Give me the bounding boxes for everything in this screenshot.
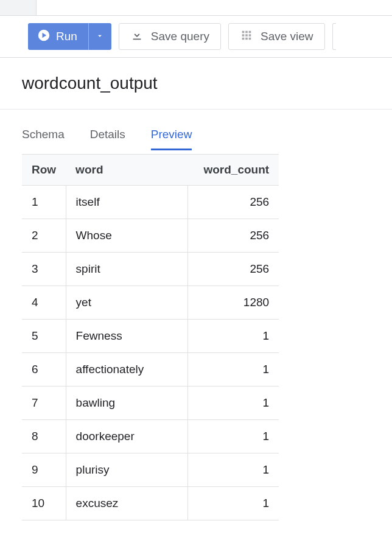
cell-word: bawling — [66, 387, 187, 420]
table-row: 1itself256 — [22, 186, 279, 219]
cell-word-count: 256 — [187, 253, 279, 286]
save-query-label: Save query — [151, 30, 209, 43]
cell-row-number: 1 — [22, 186, 66, 219]
cell-word: excusez — [66, 487, 187, 520]
header-word-count: word_count — [187, 155, 279, 186]
save-query-button[interactable]: Save query — [119, 23, 221, 50]
table-row: 10excusez1 — [22, 487, 279, 520]
cell-word-count: 256 — [187, 186, 279, 219]
table-row: 7bawling1 — [22, 387, 279, 420]
cell-row-number: 10 — [22, 487, 66, 520]
table-row: 5Fewness1 — [22, 320, 279, 353]
tab-details[interactable]: Details — [90, 128, 125, 150]
toolbar-overflow-stub — [332, 23, 336, 50]
cell-word: affectionately — [66, 353, 187, 387]
header-word: word — [66, 155, 187, 186]
table-row: 4yet1280 — [22, 286, 279, 320]
cell-word-count: 1280 — [187, 286, 279, 320]
tab-preview[interactable]: Preview — [151, 128, 192, 150]
table-row: 2Whose256 — [22, 219, 279, 253]
preview-table-wrapper: Row word word_count 1itself2562Whose2563… — [0, 150, 392, 520]
cell-word: spirit — [66, 253, 187, 286]
cell-word-count: 1 — [187, 353, 279, 387]
cell-word-count: 1 — [187, 453, 279, 487]
tabs: Schema Details Preview — [0, 110, 392, 150]
download-icon — [130, 29, 144, 45]
cell-row-number: 9 — [22, 453, 66, 487]
run-button-label: Run — [56, 30, 77, 43]
cell-word-count: 1 — [187, 420, 279, 453]
caret-down-icon — [96, 32, 104, 42]
run-button-group: Run — [28, 23, 111, 50]
cell-row-number: 5 — [22, 320, 66, 353]
cell-word: Whose — [66, 219, 187, 253]
table-row: 6affectionately1 — [22, 353, 279, 387]
cell-row-number: 7 — [22, 387, 66, 420]
cell-word-count: 1 — [187, 487, 279, 520]
save-view-button[interactable]: Save view — [228, 23, 325, 50]
run-button[interactable]: Run — [28, 23, 88, 50]
cell-word: doorkeeper — [66, 420, 187, 453]
save-view-label: Save view — [261, 30, 313, 43]
table-row: 8doorkeeper1 — [22, 420, 279, 453]
grid-icon — [240, 29, 253, 45]
cell-word-count: 256 — [187, 219, 279, 253]
editor-tab-strip — [0, 0, 392, 16]
page-title: wordcount_output — [0, 58, 392, 110]
header-row: Row — [22, 155, 66, 186]
cell-word-count: 1 — [187, 320, 279, 353]
cell-row-number: 8 — [22, 420, 66, 453]
cell-word-count: 1 — [187, 387, 279, 420]
preview-table: Row word word_count 1itself2562Whose2563… — [22, 154, 279, 520]
table-row: 3spirit256 — [22, 253, 279, 286]
cell-word: Fewness — [66, 320, 187, 353]
tab-schema[interactable]: Schema — [22, 128, 65, 150]
editor-tab-placeholder[interactable] — [0, 0, 37, 15]
cell-row-number: 2 — [22, 219, 66, 253]
run-dropdown-button[interactable] — [88, 23, 111, 50]
cell-word: yet — [66, 286, 187, 320]
cell-row-number: 4 — [22, 286, 66, 320]
cell-word: plurisy — [66, 453, 187, 487]
toolbar: Run Save query Save view — [0, 16, 392, 58]
play-icon — [38, 29, 50, 44]
cell-row-number: 3 — [22, 253, 66, 286]
cell-row-number: 6 — [22, 353, 66, 387]
cell-word: itself — [66, 186, 187, 219]
table-row: 9plurisy1 — [22, 453, 279, 487]
